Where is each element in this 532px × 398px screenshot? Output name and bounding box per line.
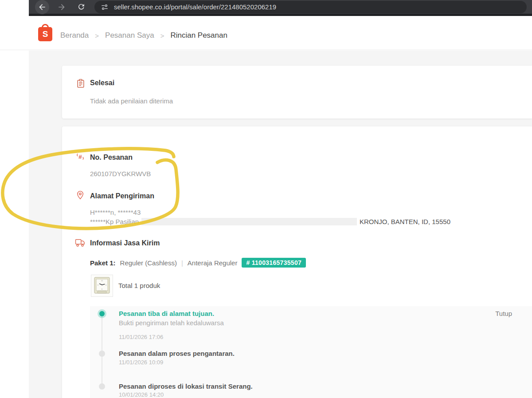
- timeline-event-title: Pesanan tiba di alamat tujuan.: [119, 310, 214, 317]
- timeline-dot: [99, 383, 105, 390]
- clock-image: 12369: [93, 276, 111, 295]
- browser-toolbar: seller.shopee.co.id/portal/sale/order/22…: [29, 0, 532, 16]
- back-icon: [38, 3, 47, 12]
- svg-text:9: 9: [98, 284, 98, 286]
- location-pin-icon: [76, 190, 85, 200]
- timeline-event-time: 11/01/2026 17:06: [119, 334, 163, 340]
- chevron-right-icon: >: [160, 32, 164, 39]
- url-text: seller.shopee.co.id/portal/sale/order/22…: [114, 3, 276, 11]
- svg-text:3: 3: [106, 284, 106, 286]
- address-bar[interactable]: seller.shopee.co.id/portal/sale/order/22…: [94, 1, 527, 13]
- order-status-card: Selesai Tidak ada penilaian diterima: [62, 66, 532, 118]
- shipping-info-label: Informasi Jasa Kirim: [90, 239, 160, 247]
- order-status-subtitle: Tidak ada penilaian diterima: [90, 97, 173, 105]
- breadcrumb-order-detail: Rincian Pesanan: [170, 31, 227, 40]
- package-row: Paket 1: Reguler (Cashless) | Anteraja R…: [90, 258, 306, 268]
- clipboard-icon: [76, 79, 86, 88]
- timeline-event-title: Pesanan dalam proses pengantaran.: [119, 350, 235, 357]
- timeline-event-title: Pesanan diproses di lokasi transit Seran…: [119, 382, 253, 390]
- forward-icon: [57, 3, 66, 12]
- tracking-timeline-panel: Tutup Pesanan tiba di alamat tujuan. Buk…: [90, 306, 532, 398]
- chevron-right-icon: >: [95, 32, 99, 39]
- tracking-number-badge[interactable]: # 11003165735507: [242, 258, 306, 268]
- package-label: Paket 1:: [90, 259, 116, 267]
- timeline-event-subtitle: Bukti pengiriman telah kedaluwarsa: [119, 319, 224, 327]
- order-status-title: Selesai: [90, 79, 114, 87]
- divider: |: [181, 259, 183, 267]
- site-settings-icon: [101, 3, 109, 11]
- courier-name: Anteraja Reguler: [188, 259, 238, 267]
- product-total-label: Total 1 produk: [118, 282, 160, 289]
- page-header: S Beranda > Pesanan Saya > Rincian Pesan…: [0, 18, 532, 50]
- svg-text:6: 6: [102, 288, 102, 290]
- timeline-dot-active: [98, 309, 106, 318]
- svg-text:#: #: [78, 154, 82, 160]
- collapse-timeline-button[interactable]: Tutup: [495, 310, 512, 317]
- truck-icon: [75, 238, 86, 247]
- svg-text:12: 12: [101, 280, 103, 282]
- timeline-event-time: 10/01/2026 14:20: [119, 391, 164, 398]
- forward-button[interactable]: [55, 0, 69, 14]
- shipping-service: Reguler (Cashless): [120, 259, 177, 267]
- shopee-logo[interactable]: S: [38, 27, 52, 41]
- shipping-address-line2-row: ******Kp Pasilian KRONJO, BANTEN, ID, 15…: [90, 217, 532, 225]
- breadcrumb-home[interactable]: Beranda: [60, 31, 89, 40]
- product-thumbnail[interactable]: 12369: [91, 275, 113, 297]
- page: seller.shopee.co.id/portal/sale/order/22…: [0, 0, 532, 398]
- shipping-address-region: KRONJO, BANTEN, ID, 15550: [360, 218, 450, 225]
- order-number-label: No. Pesanan: [90, 154, 133, 162]
- redaction-bar: [141, 218, 357, 225]
- reload-icon: [77, 3, 86, 11]
- shipping-address-label: Alamat Pengiriman: [90, 192, 154, 200]
- breadcrumb: Beranda > Pesanan Saya > Rincian Pesanan: [60, 31, 227, 40]
- shipping-address-line2: ******Kp Pasilian: [90, 218, 139, 225]
- order-detail-card: # No. Pesanan 260107DYGKRWVB Alamat Peng…: [62, 126, 532, 398]
- back-button[interactable]: [35, 0, 49, 14]
- order-number-icon: #: [76, 152, 85, 161]
- reload-button[interactable]: [74, 0, 88, 14]
- shipping-address-line1: H******n, ******43: [90, 209, 141, 216]
- breadcrumb-my-orders[interactable]: Pesanan Saya: [105, 31, 154, 40]
- timeline-event-time: 11/01/2026 10:09: [119, 359, 163, 366]
- order-number-value: 260107DYGKRWVB: [90, 170, 151, 177]
- timeline-dot: [99, 351, 105, 357]
